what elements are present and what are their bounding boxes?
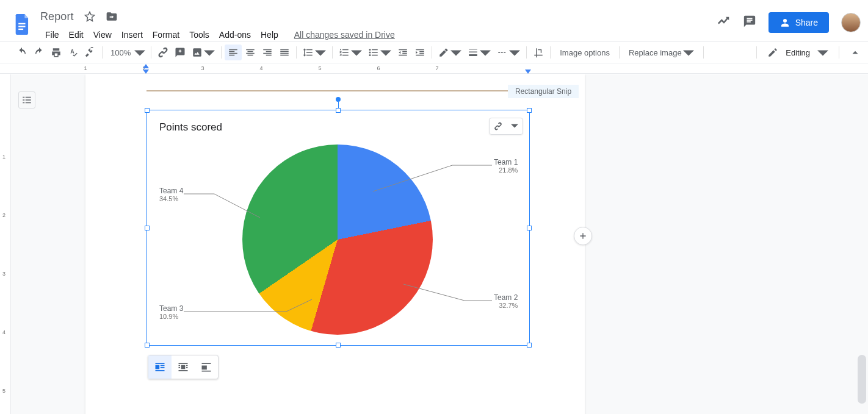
account-avatar[interactable]	[841, 13, 861, 32]
outline-toggle-icon[interactable]	[18, 91, 35, 109]
border-dash-button[interactable]	[494, 45, 523, 60]
svg-rect-12	[179, 367, 181, 368]
linked-chart-icon[interactable]	[490, 122, 506, 130]
svg-rect-8	[179, 363, 188, 364]
insert-image-button[interactable]	[189, 45, 218, 60]
left-indent-marker[interactable]	[143, 70, 149, 74]
document-area: 1 2 3 4 5 Rectangular Snip Points scored	[0, 74, 868, 414]
svg-rect-0	[18, 23, 25, 24]
redo-button[interactable]	[31, 45, 48, 60]
zoom-dropdown[interactable]: 100%	[106, 47, 148, 58]
svg-rect-3	[156, 363, 165, 364]
chart-title: Points scored	[147, 114, 529, 134]
add-comment-button[interactable]	[172, 45, 189, 60]
menu-view[interactable]: View	[89, 28, 117, 41]
menu-format[interactable]: Format	[148, 28, 184, 41]
svg-rect-16	[202, 366, 207, 370]
align-right-button[interactable]	[259, 45, 276, 60]
print-button[interactable]	[48, 45, 65, 60]
share-label: Share	[795, 18, 818, 27]
svg-rect-5	[161, 365, 165, 366]
rotate-handle[interactable]	[336, 97, 341, 102]
zoom-value: 100%	[110, 48, 131, 57]
svg-rect-2	[18, 29, 23, 30]
image-options-button[interactable]: Image options	[554, 48, 616, 57]
svg-rect-9	[181, 365, 186, 369]
replace-image-label: Replace image	[629, 48, 682, 57]
share-button[interactable]: Share	[769, 12, 829, 33]
right-indent-marker[interactable]	[525, 70, 531, 74]
svg-rect-15	[202, 363, 211, 364]
decrease-indent-button[interactable]	[394, 45, 411, 60]
svg-rect-10	[179, 365, 181, 366]
wrap-inline-button[interactable]	[148, 355, 172, 379]
menu-edit[interactable]: Edit	[64, 28, 89, 41]
title-block: Report File Edit View Insert Format Tool…	[40, 4, 400, 42]
spellcheck-button[interactable]	[65, 45, 82, 60]
replace-image-button[interactable]: Replace image	[623, 47, 700, 58]
ruler-tick-label: 1	[84, 65, 87, 71]
pencil-icon	[767, 47, 778, 58]
svg-rect-7	[156, 370, 165, 371]
svg-rect-13	[186, 367, 188, 368]
pie-label-team4: Team 4 34.5%	[159, 187, 183, 202]
menu-file[interactable]: File	[40, 28, 64, 41]
pie-label-pct: 34.5%	[159, 195, 183, 202]
horizontal-rule	[146, 90, 525, 91]
insert-link-button[interactable]	[154, 45, 172, 60]
line-spacing-button[interactable]	[300, 45, 329, 60]
ruler-tick-label: 4	[259, 65, 262, 71]
bulleted-list-button[interactable]	[365, 45, 394, 60]
horizontal-ruler[interactable]: 1 2 3 4 5 6 7	[0, 64, 868, 74]
align-justify-button[interactable]	[276, 45, 293, 60]
pie-label-team3: Team 3 10.9%	[159, 304, 183, 320]
main-menu: File Edit View Insert Format Tools Add-o…	[40, 27, 400, 42]
save-status[interactable]: All changes saved in Drive	[289, 28, 400, 41]
svg-rect-6	[161, 367, 165, 368]
chevron-down-icon[interactable]	[817, 47, 828, 58]
docs-logo-icon[interactable]	[11, 10, 34, 39]
chart-options-icon[interactable]	[506, 123, 523, 130]
collapse-toolbar-icon[interactable]	[850, 47, 861, 58]
menu-insert[interactable]: Insert	[117, 28, 148, 41]
vertical-scrollbar[interactable]	[858, 355, 866, 404]
pie-slices	[242, 145, 433, 335]
wrap-text-button[interactable]	[172, 355, 195, 379]
border-weight-button[interactable]	[465, 45, 494, 60]
undo-button[interactable]	[13, 45, 31, 60]
add-comment-bubble[interactable]	[574, 227, 592, 245]
document-title[interactable]: Report	[40, 10, 74, 23]
chart-linked-toolbar[interactable]	[489, 118, 523, 135]
svg-rect-11	[186, 365, 188, 366]
svg-rect-14	[179, 370, 188, 371]
editing-mode-dropdown[interactable]: Editing	[786, 48, 810, 57]
align-center-button[interactable]	[242, 45, 259, 60]
menu-help[interactable]: Help	[256, 28, 283, 41]
star-icon[interactable]	[84, 10, 96, 23]
chart-object[interactable]: Points scored Team 1 21.8%	[147, 110, 529, 345]
pie-label-name: Team 4	[159, 187, 183, 195]
ruler-tick-label: 6	[377, 65, 380, 71]
pie-label-name: Team 1	[494, 158, 518, 166]
vertical-ruler[interactable]: 1 2 3 4 5	[0, 74, 11, 414]
first-line-indent-marker[interactable]	[143, 64, 149, 68]
pie-label-name: Team 3	[159, 304, 183, 313]
ruler-tick-label: 5	[318, 65, 321, 71]
move-to-folder-icon[interactable]	[106, 10, 118, 23]
svg-rect-17	[202, 371, 211, 372]
align-left-button[interactable]	[225, 45, 242, 60]
pie-label-team1: Team 1 21.8%	[494, 158, 518, 174]
crop-button[interactable]	[530, 45, 547, 60]
wrap-break-button[interactable]	[195, 355, 218, 379]
document-page[interactable]: Rectangular Snip Points scored	[85, 74, 585, 414]
pie-chart	[242, 145, 433, 335]
chart-object-selection[interactable]: Points scored Team 1 21.8%	[146, 110, 530, 346]
paint-format-button[interactable]	[82, 45, 99, 60]
numbered-list-button[interactable]	[336, 45, 365, 60]
border-color-button[interactable]	[435, 45, 465, 60]
menu-addons[interactable]: Add-ons	[214, 28, 256, 41]
activity-icon[interactable]	[717, 15, 731, 30]
increase-indent-button[interactable]	[411, 45, 429, 60]
menu-tools[interactable]: Tools	[184, 28, 214, 41]
comments-icon[interactable]	[743, 15, 756, 30]
